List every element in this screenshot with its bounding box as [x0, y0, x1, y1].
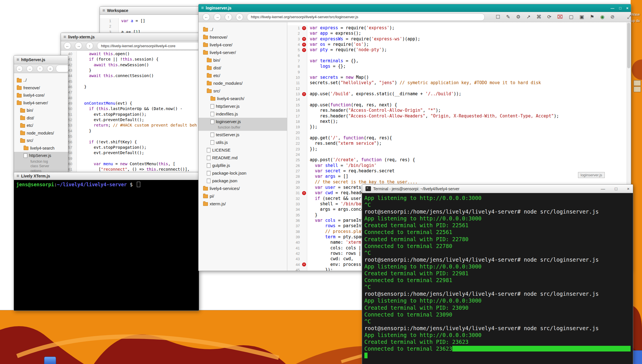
code-line[interactable]: 18 next();	[287, 119, 627, 124]
tree-sub-label[interactable]: class Server	[14, 164, 68, 169]
tree-sub-label[interactable]: function buffer	[199, 125, 287, 131]
tree-item-indexfiles-js[interactable]: indexfiles.js	[199, 110, 287, 118]
url-input[interactable]: https://lively-kernel.org/sensorpi/livel…	[97, 42, 200, 49]
forward-button[interactable]: →	[26, 65, 33, 72]
code-line[interactable]: 53 return; // #HACK custom prevent defau…	[61, 123, 203, 128]
terminal-titlebar[interactable]: Terminal - jens@sensorpi: ~/lively4/live…	[362, 185, 633, 193]
tree-item-bin[interactable]: bin/	[199, 56, 287, 64]
code-line[interactable]: 23});	[287, 146, 627, 152]
refresh-icon[interactable]: ⟳	[547, 14, 551, 20]
tree-item-lively4-services[interactable]: lively4-services/	[199, 185, 287, 192]
code-line[interactable]: 1×var express = require('express');	[287, 25, 627, 31]
code-line[interactable]: 24	[287, 152, 627, 157]
sitemap-icon[interactable]: ⌘	[536, 14, 541, 20]
tree-item-lively4-search[interactable]: lively4-search/	[199, 95, 287, 102]
tree-item-loginserver-js[interactable]: loginserver.js	[199, 118, 287, 125]
url-input[interactable]: https://lively-kernel.org/sensorpi/livel…	[247, 13, 485, 21]
tree-item-lively4-server[interactable]: lively4-server/	[199, 49, 287, 56]
tree-item-freenove[interactable]: freenove/	[14, 84, 68, 92]
tree-item-httpserver-js[interactable]: httpServer.js	[199, 102, 287, 110]
code-line[interactable]: 3×var expressWs = require('express-ws')(…	[287, 36, 627, 42]
code-line[interactable]: 25app.post('/create', function (req, res…	[287, 157, 627, 163]
tree-item-src[interactable]: src/	[14, 137, 68, 144]
loginserver-titlebar[interactable]: loginserver.js —□×	[199, 4, 631, 12]
code-line[interactable]: 27 var secret = req.headers.secret	[287, 168, 627, 174]
tree-item-dist[interactable]: dist/	[199, 64, 287, 72]
code-line[interactable]: 8 logs = {};	[287, 64, 627, 69]
close-button[interactable]: ×	[627, 186, 629, 191]
code-line[interactable]: 59	[61, 156, 203, 161]
tree-item-node-modules[interactable]: node_modules/	[199, 79, 287, 87]
code-line[interactable]: 46 }	[61, 84, 203, 90]
desktop-icon[interactable]	[633, 80, 641, 86]
code-line[interactable]: 14	[287, 97, 627, 102]
code-line[interactable]: 61 ["reconnect", () => this.reconnect()]…	[61, 167, 203, 172]
close-button[interactable]: ×	[626, 6, 628, 10]
forward-button[interactable]: →	[214, 13, 221, 21]
up-button[interactable]: ↑	[225, 13, 232, 21]
checkbox-icon[interactable]: ☐	[496, 14, 500, 20]
tree-item-[interactable]: ../	[14, 76, 68, 84]
tree-item-readme-md[interactable]: README.md	[199, 154, 287, 162]
code-line[interactable]: 21app.get('/', function(req, res){	[287, 135, 627, 141]
code-line[interactable]: 7var terminals = {},	[287, 58, 627, 64]
back-button[interactable]: ←	[16, 65, 23, 72]
tree-item-etc[interactable]: etc/	[14, 122, 68, 129]
url-input[interactable]	[56, 65, 68, 72]
minimize-button[interactable]: —	[611, 6, 614, 10]
terminal-content[interactable]: App listening to http://0.0.0.0:3000^Cro…	[362, 193, 633, 364]
code-line[interactable]: 43 }	[61, 68, 203, 73]
code-line[interactable]: 19});	[287, 124, 627, 130]
code-line[interactable]: 22 res.send("xterm service");	[287, 141, 627, 146]
tree-item-lively4-search[interactable]: lively4-search	[14, 144, 68, 152]
workspace-titlebar[interactable]: Workspace	[100, 7, 203, 15]
lively-xterm-titlebar[interactable]: lively-xterm.js	[61, 33, 203, 41]
fullscreen-icon[interactable]: ⤢	[627, 14, 631, 20]
tree-item-utils-js[interactable]: utils.js	[199, 138, 287, 146]
menu-icon[interactable]	[16, 174, 19, 178]
code-line[interactable]: 17 res.header("Access-Control-Allow-Head…	[287, 113, 627, 119]
code-line[interactable]: 11secrets.set("hellolively", "jens") // …	[287, 80, 627, 86]
code-line[interactable]: 6	[287, 53, 627, 58]
scrollbar-thumb[interactable]	[627, 23, 630, 68]
tree-item-node-modules[interactable]: node_modules/	[14, 129, 68, 137]
gears-icon[interactable]: ⚙	[516, 14, 521, 20]
tree-item-testserver-js[interactable]: testServer.js	[199, 131, 287, 138]
tree-item-httpserver-js[interactable]: httpServer.js	[14, 152, 68, 160]
code-line[interactable]: 45	[61, 79, 203, 84]
code-line[interactable]: 28 var args = []	[287, 174, 627, 179]
code-line[interactable]: 4×var os = require('os');	[287, 42, 627, 47]
cancel-icon[interactable]: ⊘	[610, 14, 614, 20]
code-line[interactable]: 13×app.use('/build', express.static(__di…	[287, 91, 627, 97]
code-line[interactable]: 2var app = express();	[287, 31, 627, 36]
tree-item-lively4-core[interactable]: lively4-core/	[199, 41, 287, 49]
menu-icon[interactable]	[63, 35, 66, 39]
taskbar-app-icon[interactable]	[44, 357, 56, 364]
tree-item-bin[interactable]: bin/	[14, 107, 68, 114]
code-line[interactable]: 44 await this.connectSession()	[61, 73, 203, 78]
code-line[interactable]: 41 if (force || !this.session) {	[61, 57, 203, 62]
open-window-icon[interactable]: ↗	[527, 14, 530, 20]
tree-item-src[interactable]: src/	[199, 87, 287, 95]
code-line[interactable]: 58 evt.preventDefault();	[61, 150, 203, 156]
code-line[interactable]: 49 onContextMenu(evt) {	[61, 101, 203, 106]
tree-item-package-json[interactable]: package.json	[199, 177, 287, 185]
up-button[interactable]: ↑	[37, 65, 43, 72]
code-line[interactable]: 47	[61, 90, 203, 95]
back-button[interactable]: ←	[203, 13, 210, 21]
tree-item-license[interactable]: LICENSE	[199, 146, 287, 154]
flag-icon[interactable]: ⚑	[590, 14, 594, 20]
folder-icon[interactable]: ▣	[579, 14, 584, 20]
tree-item-pi[interactable]: pi/	[199, 192, 287, 200]
preview-icon[interactable]: ◉	[600, 14, 604, 20]
code-line[interactable]: 26 var shell = '/bin/login'	[287, 163, 627, 168]
code-line[interactable]: 40 await this.open()	[61, 51, 203, 57]
desktop-icon[interactable]	[633, 86, 641, 92]
code-line[interactable]: 52 evt.preventDefault();	[61, 117, 203, 123]
back-button[interactable]: ←	[64, 42, 71, 49]
terminal-content[interactable]: jens@sensorpi:~/lively4/lively4-server $	[14, 180, 199, 311]
forward-button[interactable]: →	[75, 42, 82, 49]
code-line[interactable]: 2	[100, 24, 203, 29]
maximize-button[interactable]: □	[615, 186, 617, 191]
code-line[interactable]: 15app.use(function(req, res, next) {	[287, 102, 627, 108]
